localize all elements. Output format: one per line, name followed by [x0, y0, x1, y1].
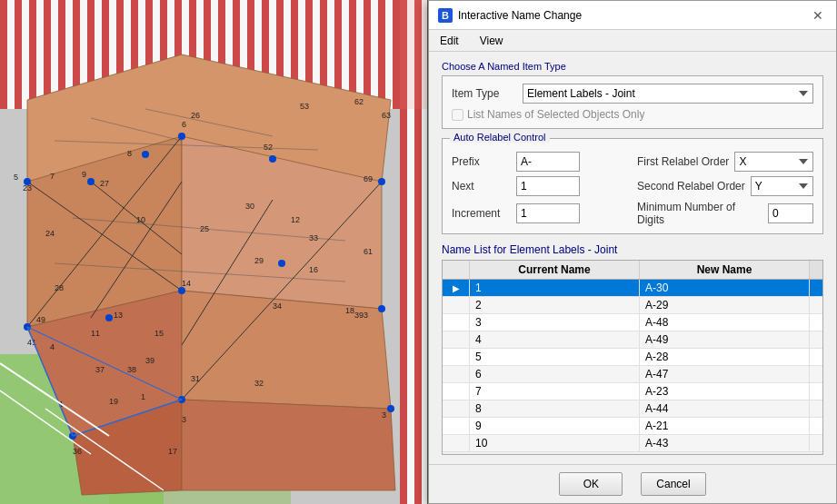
svg-text:7: 7 [50, 172, 55, 181]
current-name-cell: 10 [470, 435, 640, 451]
new-name-cell: A-28 [640, 349, 810, 365]
name-table-section: Name List for Element Labels - Joint Cur… [442, 243, 823, 455]
svg-text:18: 18 [345, 306, 354, 315]
row-spacer [810, 331, 822, 348]
svg-text:37: 37 [95, 365, 105, 374]
table-row[interactable]: 5 A-28 [443, 349, 822, 366]
row-indicator [443, 297, 470, 313]
svg-text:38: 38 [127, 365, 136, 374]
first-order-row: First Relabel Order XYZ [637, 152, 813, 172]
svg-text:25: 25 [200, 224, 209, 233]
new-name-cell: A-43 [640, 435, 810, 451]
current-name-cell: 9 [470, 418, 640, 434]
row-spacer [810, 366, 822, 382]
table-header: Current Name New Name [443, 261, 822, 280]
row-indicator [443, 400, 470, 417]
current-name-cell: 4 [470, 331, 640, 348]
table-row[interactable]: 8 A-44 [443, 400, 822, 418]
dialog-footer: OK Cancel [429, 464, 836, 503]
svg-text:13: 13 [114, 311, 123, 320]
current-name-cell: 5 [470, 349, 640, 365]
min-digits-input[interactable] [768, 203, 813, 223]
row-spacer [810, 435, 822, 451]
svg-text:14: 14 [182, 279, 191, 288]
new-name-cell: A-29 [640, 297, 810, 313]
table-row[interactable]: 7 A-23 [443, 383, 822, 400]
table-row[interactable]: 3 A-48 [443, 314, 822, 331]
row-spacer [810, 280, 822, 296]
cad-background: 5 23 7 9 27 8 6 26 52 53 62 63 24 28 11 … [0, 0, 427, 504]
svg-text:28: 28 [55, 283, 64, 292]
new-name-cell: A-47 [640, 366, 810, 382]
row-spacer [810, 314, 822, 331]
table-row[interactable]: 2 A-29 [443, 297, 822, 314]
menu-view[interactable]: View [476, 34, 507, 48]
prefix-input[interactable] [516, 152, 580, 172]
svg-text:3: 3 [382, 410, 386, 420]
svg-point-21 [178, 133, 185, 140]
table-row[interactable]: 9 A-21 [443, 418, 822, 435]
menubar: Edit View [429, 30, 836, 52]
ok-button[interactable]: OK [559, 472, 623, 496]
svg-text:5: 5 [14, 173, 18, 182]
auto-relabel-title: Auto Relabel Control [450, 132, 550, 143]
close-button[interactable]: ✕ [809, 6, 827, 25]
svg-text:33: 33 [309, 233, 318, 242]
choose-section-label: Choose A Named Item Type [442, 61, 823, 72]
increment-input[interactable] [516, 203, 580, 223]
second-order-dropdown[interactable]: XYZ [751, 176, 813, 196]
svg-text:26: 26 [191, 111, 200, 120]
checkbox-label[interactable]: List Names of Selected Objects Only [452, 108, 644, 121]
svg-point-27 [178, 287, 185, 294]
prefix-label: Prefix [452, 155, 511, 168]
increment-label: Increment [452, 207, 511, 220]
item-type-dropdown[interactable]: Element Labels - Joint Element Labels - … [523, 84, 813, 104]
svg-text:6: 6 [182, 120, 186, 129]
row-spacer [810, 297, 822, 313]
col-new: New Name [640, 261, 810, 279]
svg-point-24 [142, 151, 149, 158]
name-table-wrapper: Current Name New Name ▶ 1 A-30 2 A-29 3 … [442, 260, 823, 455]
current-name-cell: 3 [470, 314, 640, 331]
cad-drawing: 5 23 7 9 27 8 6 26 52 53 62 63 24 28 11 … [0, 0, 427, 504]
svg-marker-8 [182, 400, 395, 490]
svg-point-23 [87, 178, 95, 185]
table-row[interactable]: 6 A-47 [443, 366, 822, 383]
svg-text:69: 69 [364, 174, 373, 183]
cancel-button[interactable]: Cancel [641, 472, 705, 496]
menu-edit[interactable]: Edit [436, 34, 463, 48]
svg-text:34: 34 [273, 301, 282, 311]
row-indicator [443, 383, 470, 400]
row-indicator [443, 314, 470, 331]
row-spacer [810, 349, 822, 365]
svg-text:52: 52 [264, 143, 273, 152]
table-row[interactable]: 10 A-43 [443, 435, 822, 452]
row-spacer [810, 418, 822, 434]
svg-text:17: 17 [168, 447, 177, 456]
interactive-name-change-dialog: B Interactive Name Change ✕ Edit View Ch… [428, 0, 837, 504]
new-name-cell: A-44 [640, 400, 810, 417]
svg-text:29: 29 [254, 256, 264, 265]
selected-only-checkbox[interactable] [452, 109, 463, 121]
table-row[interactable]: 4 A-49 [443, 331, 822, 349]
new-name-cell: A-23 [640, 383, 810, 400]
table-row[interactable]: ▶ 1 A-30 [443, 280, 822, 297]
col-scrollbar [810, 261, 822, 279]
table-body[interactable]: ▶ 1 A-30 2 A-29 3 A-48 4 A-49 5 A-28 6 [443, 280, 822, 454]
auto-relabel-grid: Prefix First Relabel Order XYZ Next [452, 152, 813, 226]
item-type-label: Item Type [452, 87, 515, 100]
first-order-dropdown[interactable]: XYZ [734, 152, 813, 172]
svg-text:23: 23 [23, 183, 32, 193]
next-input[interactable] [516, 176, 580, 196]
svg-point-22 [378, 178, 385, 185]
increment-row: Increment [452, 201, 628, 226]
second-order-label: Second Relabel Order [637, 180, 745, 193]
row-indicator: ▶ [443, 280, 470, 296]
svg-text:16: 16 [309, 265, 318, 274]
svg-point-29 [105, 314, 113, 321]
dialog-title-bar: B Interactive Name Change ✕ [429, 1, 836, 30]
current-name-cell: 1 [470, 280, 640, 296]
min-digits-row: Minimum Number of Digits [637, 201, 813, 226]
new-name-cell: A-21 [640, 418, 810, 434]
svg-text:49: 49 [36, 315, 45, 324]
